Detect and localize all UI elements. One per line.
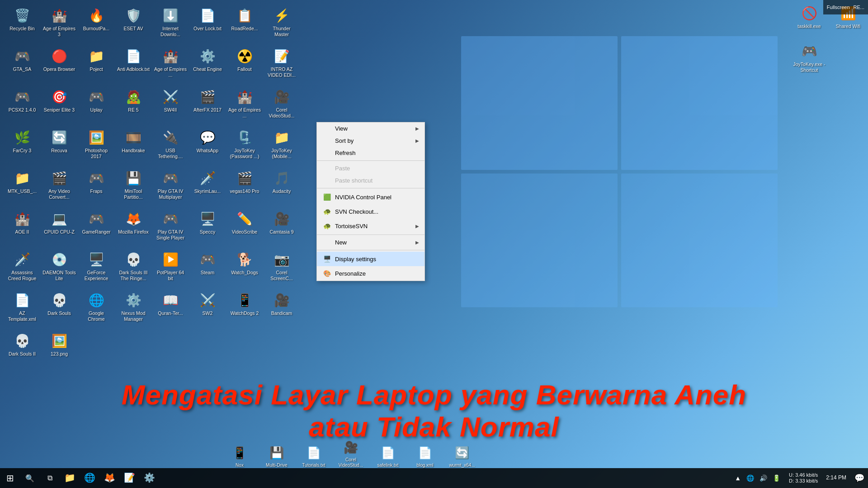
desktop-icon-dark-souls[interactable]: 💀Dark Souls (42, 289, 77, 329)
desktop-icon-watch-dogs[interactable]: 🐕Watch_Dogs (227, 249, 262, 288)
desktop-icon-roadrede[interactable]: 📋RoadRede... (227, 5, 262, 44)
bottom-icon-nox[interactable]: 📱Nox (222, 444, 258, 468)
desktop-icon-thunder[interactable]: ⚡Thunder Master (264, 5, 299, 44)
desktop-icon-firefox[interactable]: 🦊Mozilla Firefox (116, 208, 151, 248)
bottom-icon-tutorials[interactable]: 📄Tutorials.txt (296, 444, 332, 468)
tray-arrow[interactable]: ▲ (733, 474, 742, 483)
desktop-icon-any-video[interactable]: 🎬Any Video Convert... (42, 167, 77, 207)
desktop-icon-aoe2-ii[interactable]: 🏰AOE II (5, 208, 40, 248)
desktop-icon-steam[interactable]: 🎮Steam (190, 249, 225, 288)
desktop-icon-aoe2[interactable]: 🏰Age of Empires ... (153, 45, 188, 85)
task-view-button[interactable]: ⧉ (40, 468, 60, 488)
menu-item-tortoise[interactable]: 🐢TortoiseSVN▶ (317, 219, 425, 233)
menu-item-view[interactable]: View▶ (317, 122, 425, 135)
desktop-icon-watchdogs2[interactable]: 📱WatchDogs 2 (227, 289, 262, 329)
taskkill-icon[interactable]: 🚫 taskkill.exe (792, 2, 827, 38)
desktop-icon-seniper[interactable]: 🎯Seniper Elite 3 (42, 86, 77, 126)
desktop-icon-quran[interactable]: 📖Quran-Ter... (153, 289, 188, 329)
bottom-icon-corel-video-bottom[interactable]: 🎥Corel VideoStud... (333, 439, 369, 468)
desktop-icon-nexus-mod[interactable]: ⚙️Nexus Mod Manager (116, 289, 151, 329)
desktop-icon-geforce[interactable]: 🖥️GeForce Experience (79, 249, 114, 288)
menu-item-personalize[interactable]: 🎨Personalize (317, 266, 425, 281)
taskbar-app-settings-taskbar[interactable]: ⚙️ (139, 468, 159, 488)
menu-icon-tortoise: 🐢 (322, 221, 331, 230)
desktop-icon-photoshop[interactable]: 🖼️Photoshop 2017 (79, 127, 114, 166)
desktop-icon-skyrimlau[interactable]: 🗡️SkyrimLau... (190, 167, 225, 207)
icon-label-dark-souls: Dark Souls (47, 310, 71, 316)
desktop-icon-afterfx[interactable]: 🎬AfterFX 2017 (190, 86, 225, 126)
desktop-icon-cheat[interactable]: ⚙️Cheat Engine (190, 45, 225, 85)
bottom-icon-multi-drive[interactable]: 💾Multi-Drive (259, 444, 295, 468)
desktop-icon-re5[interactable]: 🧟RE 5 (116, 86, 151, 126)
desktop-icon-usb[interactable]: 🔌USB Tethering.... (153, 127, 188, 166)
desktop-icon-gameranger[interactable]: 🎮GameRanger (79, 208, 114, 248)
joytokey-shortcut-icon[interactable]: 🎮 JoyToKey.exe - Shortcut (792, 40, 827, 76)
start-button[interactable]: ⊞ (0, 468, 20, 488)
desktop-icon-camtasia9[interactable]: 🎥Camtasia 9 (264, 208, 299, 248)
desktop-icon-corel-vid[interactable]: 🎥Corel VideoStud... (264, 86, 299, 126)
desktop-icon-cpuid[interactable]: 💻CPUID CPU-Z (42, 208, 77, 248)
desktop-icon-joytokey-mob[interactable]: 📁JoyToKey (Mobile... (264, 127, 299, 166)
desktop-icon-minitool[interactable]: 💾MiniTool Partitio... (116, 167, 151, 207)
desktop-icon-pcsx2[interactable]: 🎮PCSX2 1.4.0 (5, 86, 40, 126)
tray-volume[interactable]: 🔊 (758, 474, 769, 483)
desktop-icon-handbrake[interactable]: 🎞️Handbrake (116, 127, 151, 166)
desktop-icon-playgta4-multi[interactable]: 🎮Play GTA IV Multiplayer (153, 167, 188, 207)
bottom-icon-safelink[interactable]: 📄safelink.txt (370, 444, 406, 468)
desktop-icon-dark-souls3[interactable]: 💀Dark Souls III The Ringe... (116, 249, 151, 288)
taskbar-app-word-taskbar[interactable]: 📝 (119, 468, 139, 488)
desktop-icon-uplay[interactable]: 🎮Uplay (79, 86, 114, 126)
desktop-icon-potplayer[interactable]: ▶️PotPlayer 64 bit (153, 249, 188, 288)
menu-item-nvidia[interactable]: 🟩NVIDIA Control Panel (317, 190, 425, 204)
desktop-icon-vegas140[interactable]: 🎬vegas140 Pro (227, 167, 262, 207)
desktop-icon-assassins[interactable]: 🗡️Assassins Creed Rogue (5, 249, 40, 288)
desktop-icon-audacity[interactable]: 🎵Audacity (264, 167, 299, 207)
bottom-icon-blog-xml[interactable]: 📄blog.xml (407, 444, 443, 468)
desktop-icon-dark-souls2[interactable]: 💀Dark Souls II (5, 330, 40, 370)
desktop-icon-overlock[interactable]: 📄Over Lock.txt (190, 5, 225, 44)
desktop-icon-intro-az[interactable]: 📝INTRO AZ VIDEO EDI... (264, 45, 299, 85)
notification-center[interactable]: 💬 (851, 473, 868, 483)
taskbar-app-file-explorer[interactable]: 📁 (60, 468, 80, 488)
desktop-icon-fallout[interactable]: ☢️Fallout (227, 45, 262, 85)
search-button[interactable]: 🔍 (20, 468, 40, 488)
taskbar-app-chrome-taskbar[interactable]: 🌐 (80, 468, 99, 488)
menu-item-new[interactable]: New▶ (317, 236, 425, 249)
desktop-icon-eset[interactable]: 🛡️ESET AV (116, 5, 151, 44)
desktop-icon-whatsapp[interactable]: 💬WhatsApp (190, 127, 225, 166)
desktop-icon-internet-dl[interactable]: ⬇️Internet Downlo... (153, 5, 188, 44)
menu-item-sort-by[interactable]: Sort by▶ (317, 135, 425, 147)
tray-network[interactable]: 🌐 (745, 474, 755, 483)
desktop-icon-123png[interactable]: 🖼️123.png (42, 330, 77, 370)
desktop-icon-daemon[interactable]: 💿DAEMON Tools Lite (42, 249, 77, 288)
menu-item-refresh[interactable]: Refresh (317, 147, 425, 159)
desktop-icon-aoe-emp[interactable]: 🏰Age of Empires ... (227, 86, 262, 126)
desktop-icon-aoe3[interactable]: 🏰Age of Empires 3 (42, 5, 77, 44)
taskbar-app-firefox-taskbar[interactable]: 🦊 (99, 468, 119, 488)
desktop-icon-speccy[interactable]: 🖥️Speccy (190, 208, 225, 248)
desktop-icon-videoscribe[interactable]: ✏️VideoScribe (227, 208, 262, 248)
system-clock[interactable]: 2:14 PM (821, 474, 851, 482)
desktop-icon-google-chrome[interactable]: 🌐Google Chrome (79, 289, 114, 329)
desktop-icon-anti-adblock[interactable]: 📄Anti Adblock.txt (116, 45, 151, 85)
desktop-icon-gtasa[interactable]: 🎮GTA_SA (5, 45, 40, 85)
desktop-icon-sw2[interactable]: ⚔️SW2 (190, 289, 225, 329)
desktop-icon-fraps[interactable]: 🎮Fraps (79, 167, 114, 207)
desktop-icon-bandicam[interactable]: 🎥Bandicam (264, 289, 299, 329)
desktop-icon-corel-sc[interactable]: 📷Corel ScreenC... (264, 249, 299, 288)
desktop-icon-sw4ii[interactable]: ⚔️SW4II (153, 86, 188, 126)
desktop-icon-poject[interactable]: 📁Poject (79, 45, 114, 85)
bottom-icon-wurmt[interactable]: 🔄wurmt_x64... (444, 444, 480, 468)
desktop-icon-joytkey-pw[interactable]: 🗜️JoyToKey (Password ...) (227, 127, 262, 166)
menu-item-svn-checkout[interactable]: 🐢SVN Checkout... (317, 204, 425, 219)
desktop-icon-az-template[interactable]: 📄AZ Template.xml (5, 289, 40, 329)
tray-battery[interactable]: 🔋 (771, 474, 782, 483)
menu-item-display-settings[interactable]: 🖥️Display settings (317, 252, 425, 266)
desktop-icon-opera[interactable]: 🔴Opera Browser (42, 45, 77, 85)
desktop-icon-recuva[interactable]: 🔄Recuva (42, 127, 77, 166)
desktop-icon-playgta4-single[interactable]: 🎮Play GTA IV Single Player (153, 208, 188, 248)
desktop-icon-mtk-usb[interactable]: 📁MTK_USB_... (5, 167, 40, 207)
desktop-icon-recycle-bin[interactable]: 🗑️Recycle Bin (5, 5, 40, 44)
desktop-icon-burnout[interactable]: 🔥BurnoutPa... (79, 5, 114, 44)
desktop-icon-farcry3[interactable]: 🌿FarCry 3 (5, 127, 40, 166)
